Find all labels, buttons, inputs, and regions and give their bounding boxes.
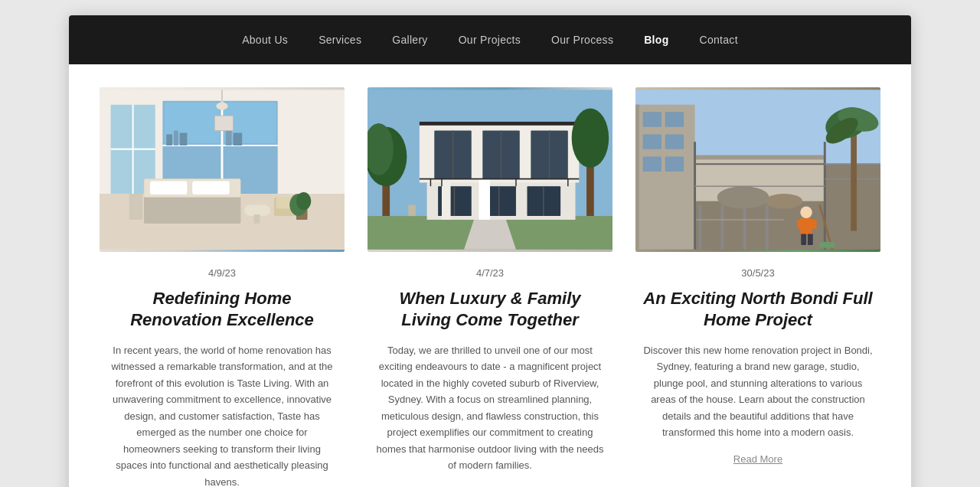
- blog-date-2: 4/7/23: [375, 267, 605, 279]
- svg-rect-98: [819, 242, 834, 248]
- svg-rect-92: [698, 205, 701, 250]
- svg-rect-11: [174, 131, 178, 145]
- svg-rect-50: [442, 179, 451, 220]
- blog-image-1: [100, 87, 345, 252]
- nav-link-projects[interactable]: Our Projects: [459, 34, 521, 46]
- nav-link-contact[interactable]: Contact: [700, 34, 738, 46]
- nav-link-services[interactable]: Services: [318, 34, 361, 46]
- svg-rect-27: [214, 116, 233, 130]
- svg-rect-73: [695, 155, 825, 160]
- blog-card-1: 4/9/23 Redefining Home Renovation Excell…: [100, 87, 345, 487]
- nav-item-projects[interactable]: Our Projects: [459, 33, 521, 47]
- svg-rect-68: [643, 134, 662, 149]
- blog-image-2: [368, 87, 612, 252]
- svg-rect-18: [192, 181, 229, 194]
- svg-point-55: [572, 109, 609, 168]
- main-content: 4/9/23 Redefining Home Renovation Excell…: [69, 64, 911, 487]
- blog-card-2: 4/7/23 When Luxury & Family Living Come …: [368, 87, 612, 487]
- svg-rect-85: [809, 220, 817, 229]
- svg-rect-86: [801, 234, 806, 245]
- svg-point-82: [800, 207, 812, 219]
- blog-date-3: 30/5/23: [643, 267, 873, 279]
- nav-item-process[interactable]: Our Process: [551, 33, 613, 47]
- blog-image-3: [635, 87, 880, 252]
- svg-rect-8: [164, 103, 220, 143]
- read-more-3[interactable]: Read More: [733, 453, 782, 465]
- svg-rect-12: [180, 133, 188, 145]
- svg-point-75: [766, 194, 802, 208]
- blog-excerpt-3: Discover this new home renovation projec…: [643, 342, 873, 441]
- blog-title-1: Redefining Home Renovation Excellence: [107, 288, 337, 330]
- blog-card-2-body: 4/7/23 When Luxury & Family Living Come …: [368, 252, 612, 487]
- svg-rect-93: [721, 205, 724, 250]
- blog-title-2: When Luxury & Family Living Come Togethe…: [375, 288, 605, 330]
- blog-title-3: An Exciting North Bondi Full Home Projec…: [643, 288, 873, 330]
- nav-link-process[interactable]: Our Process: [551, 34, 613, 46]
- main-nav: About Us Services Gallery Our Projects O…: [69, 15, 911, 64]
- svg-rect-14: [234, 133, 243, 145]
- browser-window: About Us Services Gallery Our Projects O…: [69, 15, 911, 487]
- blog-date-1: 4/9/23: [107, 267, 337, 279]
- blog-grid: 4/9/23 Redefining Home Renovation Excell…: [100, 87, 880, 487]
- blog-card-3: 30/5/23 An Exciting North Bondi Full Hom…: [635, 87, 880, 487]
- svg-rect-95: [766, 205, 769, 250]
- svg-rect-61: [408, 205, 416, 217]
- svg-rect-65: [635, 105, 639, 250]
- nav-item-contact[interactable]: Contact: [700, 33, 738, 47]
- nav-item-services[interactable]: Services: [318, 33, 361, 47]
- svg-rect-70: [643, 157, 662, 172]
- svg-rect-36: [420, 122, 579, 126]
- svg-rect-71: [665, 157, 684, 172]
- svg-rect-94: [743, 205, 746, 250]
- nav-link-blog[interactable]: Blog: [644, 34, 668, 46]
- svg-rect-24: [254, 214, 260, 224]
- svg-rect-17: [150, 181, 187, 194]
- svg-point-26: [216, 103, 228, 110]
- svg-rect-67: [665, 112, 684, 126]
- blog-card-1-body: 4/9/23 Redefining Home Renovation Excell…: [100, 252, 345, 487]
- nav-item-blog[interactable]: Blog: [644, 33, 668, 47]
- svg-rect-23: [244, 205, 270, 217]
- svg-rect-66: [643, 112, 662, 126]
- blog-excerpt-2: Today, we are thrilled to unveil one of …: [375, 342, 605, 474]
- svg-rect-20: [129, 194, 142, 220]
- nav-link-about[interactable]: About Us: [242, 34, 288, 46]
- svg-rect-69: [665, 134, 684, 149]
- svg-rect-10: [166, 134, 172, 145]
- svg-rect-84: [797, 220, 805, 229]
- blog-card-3-body: 30/5/23 An Exciting North Bondi Full Hom…: [635, 252, 880, 487]
- nav-item-about[interactable]: About Us: [242, 33, 288, 47]
- svg-rect-49: [479, 179, 490, 220]
- svg-rect-88: [851, 127, 857, 231]
- nav-link-gallery[interactable]: Gallery: [392, 34, 427, 46]
- svg-point-30: [296, 192, 311, 210]
- nav-item-gallery[interactable]: Gallery: [392, 33, 427, 47]
- nav-list: About Us Services Gallery Our Projects O…: [242, 33, 738, 47]
- blog-excerpt-1: In recent years, the world of home renov…: [107, 342, 337, 487]
- svg-rect-19: [144, 198, 240, 224]
- svg-rect-87: [808, 234, 813, 245]
- svg-rect-13: [226, 131, 232, 145]
